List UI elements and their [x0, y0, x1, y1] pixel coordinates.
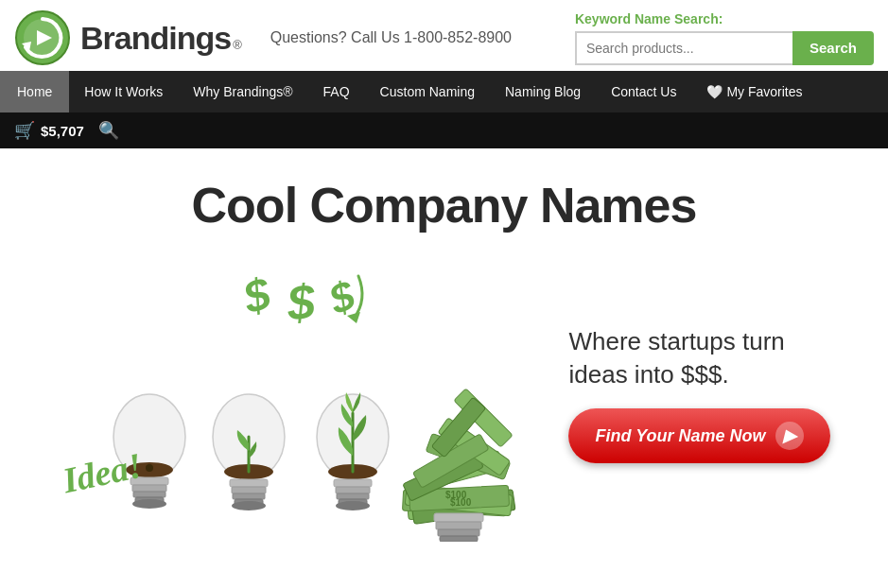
- hero-title: Cool Company Names: [192, 177, 697, 233]
- svg-text:$: $: [285, 274, 319, 331]
- logo-area: Brandings ® Questions? Call Us 1-800-852…: [14, 9, 512, 66]
- search-input[interactable]: [575, 31, 792, 65]
- heart-icon: 🤍: [706, 84, 723, 99]
- cart-amount: $5,707: [41, 123, 84, 139]
- nav-home[interactable]: Home: [0, 71, 69, 112]
- nav-faq[interactable]: FAQ: [308, 71, 365, 112]
- svg-rect-27: [334, 479, 372, 487]
- sub-nav: 🛒 $5,707 🔍: [0, 112, 888, 148]
- nav-naming-blog[interactable]: Naming Blog: [490, 71, 596, 112]
- money-pile: $100 $100: [398, 353, 521, 545]
- nav-custom-naming[interactable]: Custom Naming: [365, 71, 490, 112]
- nav-contact-us[interactable]: Contact Us: [596, 71, 691, 112]
- svg-rect-20: [232, 487, 266, 493]
- cta-button[interactable]: Find Your Name Now ▶: [568, 408, 829, 463]
- svg-text:$100: $100: [445, 490, 467, 500]
- svg-point-31: [336, 501, 370, 510]
- hero-tagline: Where startups turnideas into $$$.: [568, 325, 784, 391]
- bulb-3: [313, 366, 393, 545]
- svg-rect-13: [133, 492, 165, 497]
- header-top: Brandings ® Questions? Call Us 1-800-852…: [0, 0, 888, 71]
- svg-rect-28: [336, 487, 370, 493]
- hero-right: Where startups turnideas into $$$. Find …: [568, 325, 829, 463]
- svg-rect-47: [436, 522, 481, 529]
- hero-content: Idea! $ $ $: [19, 243, 869, 545]
- svg-rect-49: [440, 536, 478, 542]
- search-row: Search: [575, 31, 874, 65]
- logo-icon: [14, 9, 71, 66]
- search-mini-icon[interactable]: 🔍: [98, 120, 119, 141]
- svg-rect-29: [337, 493, 369, 499]
- svg-rect-21: [233, 493, 265, 499]
- hero-section: Cool Company Names Idea! $ $ $: [0, 148, 888, 564]
- svg-rect-46: [434, 513, 483, 522]
- cart-icon: 🛒: [14, 120, 35, 141]
- cta-label: Find Your Name Now: [595, 426, 765, 446]
- dollar-flourish: $ $ $: [235, 248, 387, 346]
- nav-my-favorites[interactable]: 🤍My Favorites: [691, 71, 817, 112]
- cart-area[interactable]: 🛒 $5,707: [14, 120, 84, 141]
- nav-how-it-works[interactable]: How It Works: [69, 71, 178, 112]
- svg-rect-48: [438, 529, 479, 536]
- bulb-2: [209, 366, 289, 545]
- svg-text:$: $: [237, 268, 277, 323]
- nav-why-brandings[interactable]: Why Brandings®: [178, 71, 307, 112]
- svg-point-23: [232, 501, 266, 510]
- svg-point-15: [132, 499, 166, 509]
- search-button[interactable]: Search: [792, 31, 874, 65]
- svg-rect-19: [230, 479, 268, 487]
- phone-label: Questions? Call Us 1-800-852-8900: [270, 29, 512, 46]
- search-area: Keyword Name Search: Search: [575, 11, 874, 65]
- svg-point-10: [146, 464, 153, 472]
- main-nav: Home How It Works Why Brandings® FAQ Cus…: [0, 71, 888, 112]
- keyword-search-label: Keyword Name Search:: [575, 11, 723, 26]
- cta-arrow-icon: ▶: [775, 422, 804, 450]
- bulbs-area: Idea! $ $ $: [58, 243, 549, 545]
- logo-text: Brandings ®: [80, 20, 242, 57]
